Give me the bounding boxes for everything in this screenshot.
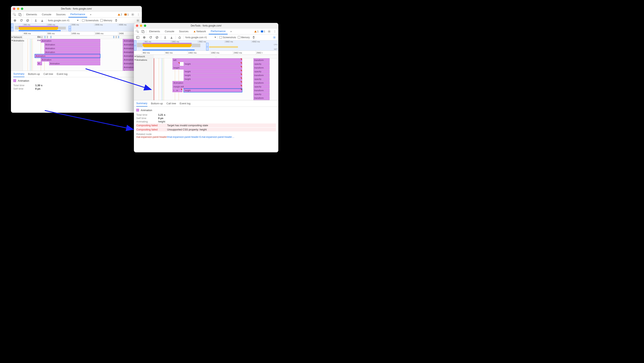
memory-checkbox[interactable]: Memory [100, 19, 112, 22]
more-tabs[interactable]: » [88, 12, 93, 17]
screenshots-checkbox[interactable]: Screenshots [82, 19, 99, 22]
flame-bar[interactable]: height [184, 70, 242, 73]
tab-summary[interactable]: Summary [136, 100, 148, 107]
tab-sources[interactable]: Sources [54, 12, 68, 17]
maximize-icon[interactable] [144, 25, 146, 27]
gear-icon[interactable] [267, 29, 272, 34]
clear-button[interactable] [25, 18, 30, 23]
screenshots-checkbox[interactable]: Screenshots [220, 36, 236, 39]
flame-bar[interactable]: Animation [35, 54, 100, 58]
flame-bar[interactable]: opacity [254, 85, 270, 88]
flamechart[interactable]: Animations lefttransformheightopacityhei… [134, 58, 278, 100]
network-track-toggle[interactable]: Network [134, 55, 154, 58]
flame-bar[interactable] [172, 62, 180, 66]
flame-bar[interactable]: transform [254, 81, 270, 85]
session-select[interactable]: fonts.google.com #1 [186, 36, 216, 39]
clear-button[interactable] [154, 35, 159, 40]
tab-call-tree[interactable]: Call tree [44, 71, 53, 77]
tab-sources[interactable]: Sources [177, 29, 190, 34]
flame-bar[interactable]: transform [254, 58, 270, 62]
home-icon[interactable] [177, 35, 182, 40]
record-button[interactable] [12, 18, 17, 23]
flame-bar[interactable]: opacity [254, 70, 270, 73]
flame-bar[interactable]: A…n [37, 62, 42, 65]
device-toggle-icon[interactable] [18, 12, 22, 17]
maximize-icon[interactable] [21, 8, 23, 10]
flame-bar[interactable]: opacity [254, 62, 270, 66]
messages-badge[interactable]: 1 [260, 30, 266, 33]
flame-bar[interactable]: height [184, 89, 242, 92]
tab-bottom-up[interactable]: Bottom-up [151, 100, 163, 107]
download-icon[interactable] [40, 18, 44, 23]
session-select[interactable]: fonts.google.com #1 [48, 19, 78, 22]
flame-bar[interactable]: height [184, 77, 242, 81]
warnings-badge[interactable]: 1 [254, 30, 260, 33]
flame-bar[interactable]: t…m [172, 89, 182, 92]
flame-bar[interactable]: Animation [44, 47, 100, 50]
animations-track-toggle[interactable]: Animations [11, 39, 23, 42]
flame-bar[interactable]: opacity [254, 77, 270, 81]
upload-icon[interactable] [34, 18, 38, 23]
flame-bar[interactable]: Animation [49, 62, 100, 65]
flame-bar[interactable]: height [172, 66, 242, 70]
tab-console[interactable]: Console [40, 12, 53, 17]
flame-bar[interactable]: transform [254, 89, 270, 92]
flamechart[interactable]: Animations imation AnimationAnimationAni… [11, 39, 142, 71]
flame-bar[interactable]: Animation [41, 58, 100, 62]
timeline-overview[interactable]: 996 ms 1996 ms 2996 ms 3996 ms 4996 ms [11, 24, 142, 32]
minimize-icon[interactable] [140, 25, 142, 27]
flame-bar[interactable]: opacity [254, 92, 270, 96]
reload-button[interactable] [148, 35, 153, 40]
inspect-icon[interactable] [12, 12, 17, 17]
gear-icon[interactable] [136, 18, 140, 23]
warnings-badge[interactable]: 2 [117, 13, 123, 16]
flame-bar[interactable]: transform [254, 66, 270, 70]
network-track-toggle[interactable]: Network [11, 36, 23, 39]
flame-bar[interactable]: Animation [172, 81, 242, 85]
reload-button[interactable] [19, 18, 24, 23]
close-icon[interactable] [136, 25, 138, 27]
trash-icon[interactable] [114, 18, 118, 23]
memory-checkbox[interactable]: Memory [238, 36, 250, 39]
kebab-icon[interactable]: ⋮ [136, 12, 141, 17]
tab-elements[interactable]: Elements [24, 12, 39, 17]
messages-badge[interactable]: 1 [124, 13, 130, 16]
tab-network[interactable]: Network [192, 29, 208, 34]
dock-icon[interactable] [136, 35, 140, 40]
flame-bar[interactable]: margin-left [172, 85, 242, 88]
tab-event-log[interactable]: Event log [57, 71, 68, 77]
inspect-icon[interactable] [135, 29, 140, 34]
trash-icon[interactable] [251, 35, 256, 40]
tab-performance[interactable]: Performance [209, 29, 228, 35]
flame-bar[interactable]: height [184, 74, 242, 77]
tab-summary[interactable]: Summary [13, 71, 24, 77]
timeline-overview[interactable]: 982 ms 1982 ms 2982 ms 3982 ms 4982 ms C… [134, 41, 278, 51]
close-icon[interactable] [13, 8, 15, 10]
flame-bar[interactable]: Animation [44, 43, 100, 46]
upload-icon[interactable] [163, 35, 168, 40]
handle-right[interactable] [69, 26, 71, 31]
flame-bar[interactable]: transform [254, 96, 270, 100]
tab-call-tree[interactable]: Call tree [166, 100, 176, 107]
download-icon[interactable] [169, 35, 174, 40]
tab-performance[interactable]: Performance [68, 12, 87, 18]
time-ruler[interactable]: 482 ms 982 ms 1482 ms 1982 ms 2482 ms 29… [134, 51, 278, 55]
animations-track-toggle[interactable]: Animations [134, 58, 154, 62]
flame-bar[interactable]: Animation [44, 50, 100, 54]
kebab-icon[interactable]: ⋮ [272, 29, 277, 34]
flame-bar[interactable]: transform [254, 74, 270, 77]
flame-bar[interactable]: height [184, 62, 242, 66]
tab-bottom-up[interactable]: Bottom-up [28, 71, 40, 77]
time-ruler[interactable]: 496 ms 996 ms 1496 ms 1996 ms 2496 [11, 32, 142, 36]
device-toggle-icon[interactable] [141, 29, 146, 34]
record-button[interactable] [142, 35, 147, 40]
gear-icon[interactable] [272, 35, 277, 40]
tab-event-log[interactable]: Event log [180, 100, 190, 107]
minimize-icon[interactable] [17, 8, 19, 10]
tab-console[interactable]: Console [163, 29, 176, 34]
tab-elements[interactable]: Elements [147, 29, 162, 34]
gear-icon[interactable] [130, 12, 135, 17]
flame-bar[interactable]: Animation [41, 39, 100, 43]
related-node-link[interactable]: mat-expansion-panel-header#mat-expansion… [136, 136, 276, 138]
flame-bar[interactable]: left [172, 58, 242, 62]
